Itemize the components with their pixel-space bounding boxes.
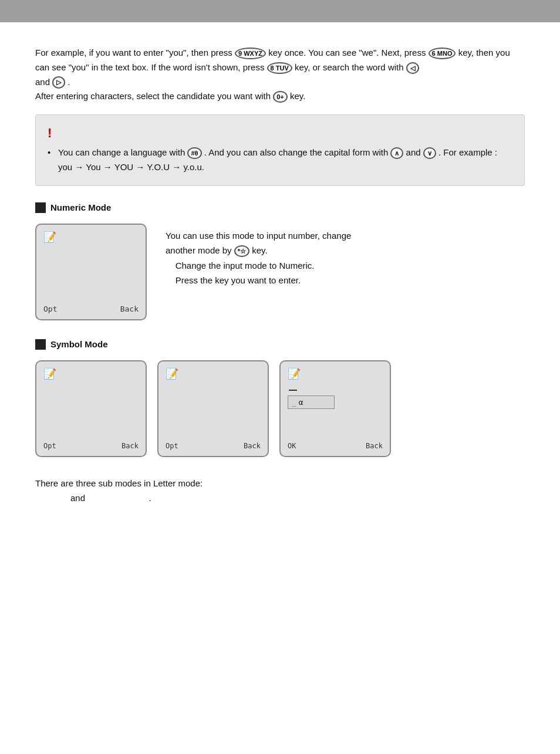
main-content: For example, if you want to enter "you",… [0, 22, 560, 529]
intro-text-1b: key once. You can see "we". Next, press [268, 48, 426, 58]
bottom-text: There are three sub modes in Letter mode… [35, 476, 525, 506]
numeric-description: You can use this mode to input number, c… [166, 224, 351, 288]
screen1-bottom: Opt Back [43, 305, 139, 313]
sym-screen1-bottom: Opt Back [43, 442, 139, 450]
sym-screen1-back: Back [122, 442, 139, 450]
key-asterisk: *☆ [234, 245, 249, 257]
section2-square-icon [35, 339, 46, 350]
note-item-1: You can change a language with #θ . And … [48, 146, 512, 175]
desc-line2b: key. [252, 245, 267, 255]
screen1-opt: Opt [43, 305, 57, 313]
key-9wxyz: 9 WXYZ [235, 48, 266, 59]
symbol-screen-1: 📝 Opt Back [35, 360, 147, 457]
section2-title: Symbol Mode [50, 339, 108, 349]
key-down: ∨ [423, 147, 436, 159]
section2-header: Symbol Mode [35, 339, 525, 350]
key-right: ▷ [52, 76, 65, 88]
key-up: ∧ [390, 147, 403, 159]
symbol-screen-3: 📝 _ α OK Back [279, 360, 391, 457]
key-8tuv: 8 TUV [267, 62, 292, 74]
screen1-back: Back [120, 305, 139, 313]
symbol-screen-2: 📝 Opt Back [157, 360, 269, 457]
note-text-1b: . And you can also change the capital fo… [204, 147, 389, 157]
symbol-screens: 📝 Opt Back 📝 Opt Back 📝 _ α [35, 360, 525, 457]
sym-screen1-icon: 📝 [43, 367, 139, 380]
numeric-section: 📝 Opt Back You can use this mode to inpu… [35, 224, 525, 320]
sym-screen2-icon: 📝 [166, 367, 261, 380]
key-6mno: 6 MNO [429, 48, 456, 59]
section-square-icon [35, 202, 46, 213]
desc-line4: Press the key you want to enter. [176, 275, 301, 285]
sym-screen1-opt: Opt [43, 442, 56, 450]
note-text-1c: and [406, 147, 421, 157]
intro-text-1d: key, or search the word with [295, 62, 404, 72]
note-icon: ! [48, 126, 512, 141]
intro-paragraph: For example, if you want to enter "you",… [35, 46, 525, 104]
sym-screen3-cursor-line [289, 390, 383, 391]
bottom-and: and [70, 493, 85, 503]
sym-screen3-input: _ α [288, 395, 335, 409]
sym-screen3-icon: 📝 [288, 367, 383, 380]
intro-and: and [35, 77, 50, 87]
sym-screen3-input-row: _ α [288, 395, 383, 409]
sym-screen3-bottom: OK Back [288, 442, 383, 450]
bottom-line1: There are three sub modes in Letter mode… [35, 476, 525, 491]
desc-line1: You can use this mode to input number, c… [166, 231, 351, 241]
sym-screen3-back: Back [366, 442, 383, 450]
note-text-1a: You can change a language with [58, 147, 185, 157]
top-bar [0, 0, 560, 22]
sym-screen2-bottom: Opt Back [166, 442, 261, 450]
note-box: ! You can change a language with #θ . An… [35, 114, 525, 186]
numeric-screen: 📝 Opt Back [35, 224, 147, 320]
intro-text-2: After entering characters, select the ca… [35, 91, 271, 101]
screen1-icon: 📝 [43, 231, 139, 244]
section1-title: Numeric Mode [50, 202, 111, 212]
desc-line2: another mode by [166, 245, 232, 255]
sym-screen3-ok: OK [288, 442, 296, 450]
section1-header: Numeric Mode [35, 202, 525, 213]
sym-screen3-char: α [299, 398, 303, 407]
key-left: ◁ [406, 62, 419, 74]
desc-line3: Change the input mode to Numeric. [176, 261, 315, 271]
bottom-line2: and . [35, 491, 525, 506]
key-0plus: 0+ [273, 91, 288, 103]
bottom-period: . [149, 493, 151, 503]
sym-screen2-back: Back [244, 442, 261, 450]
intro-text-1: For example, if you want to enter "you",… [35, 48, 232, 58]
sym-screen2-opt: Opt [166, 442, 178, 450]
key-hash: #θ [187, 147, 201, 159]
intro-text-2b: key. [290, 91, 305, 101]
